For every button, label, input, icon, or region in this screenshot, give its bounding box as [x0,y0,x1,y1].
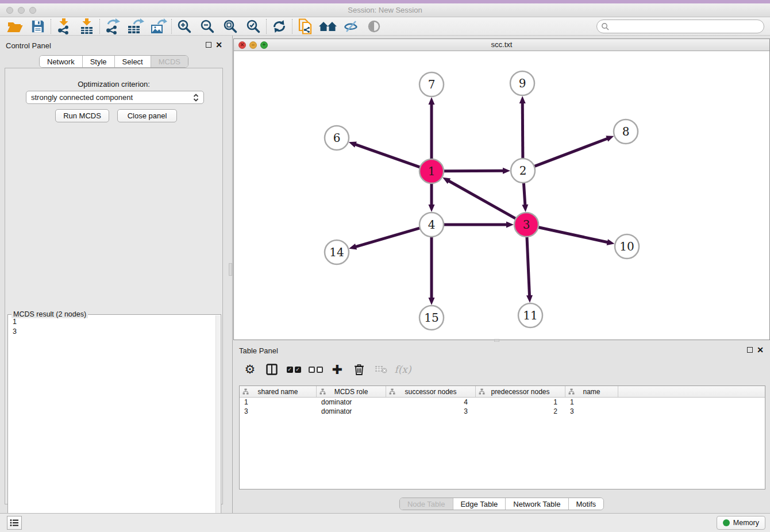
result-scrollbar[interactable] [215,315,220,532]
mcds-tab-content: Optimization criterion: strongly connect… [5,68,223,504]
column-header-predecessor-nodes[interactable]: predecessor nodes [476,386,565,397]
network-window-titlebar[interactable]: ✕ − + scc.txt [234,39,769,51]
refresh-icon[interactable] [268,18,291,35]
table-cell: 1 [240,398,317,407]
window-minimize-icon[interactable]: − [249,41,257,49]
search-input[interactable] [609,22,753,30]
graph-edge-arrowhead [429,97,435,105]
graph-edge-arrowhead [522,205,528,212]
task-list-icon [10,519,19,527]
status-bar: Memory [0,513,770,532]
app-minimize-button[interactable] [18,7,25,14]
settings-gear-icon[interactable]: ⚙ [239,360,261,379]
tab-motifs[interactable]: Motifs [568,498,603,510]
criterion-dropdown[interactable]: strongly connected component [26,91,204,104]
table-panel: Table Panel ✕ ⚙ ✓✓ ✚ [233,342,770,513]
optimization-criterion-label: Optimization criterion: [5,80,222,88]
import-table-icon[interactable] [75,18,98,35]
graph-edge-2-8[interactable] [534,138,609,167]
main-toolbar [0,17,770,36]
mcds-result-line: 3 [13,327,215,337]
open-session-icon[interactable] [3,18,26,35]
tab-network[interactable]: Network [40,56,82,67]
table-cell: 3 [386,407,476,416]
save-session-icon[interactable] [26,18,49,35]
float-table-panel-icon[interactable] [747,347,753,353]
export-table-icon[interactable] [124,18,147,35]
table-panel-tabs: Node TableEdge TableNetwork TableMotifs [399,498,604,510]
table-row[interactable]: 3dominator323 [240,407,765,416]
memory-button[interactable]: Memory [717,516,765,530]
table-panel-title: Table Panel [239,346,278,355]
column-header-MCDS-role[interactable]: MCDS role [317,386,386,397]
split-divider-vertical[interactable] [232,36,233,513]
close-panel-icon[interactable]: ✕ [215,40,222,49]
graph-edge-1-2[interactable] [444,171,504,171]
column-header-shared-name[interactable]: shared name [240,386,317,397]
add-row-icon[interactable]: ✚ [326,360,348,379]
column-header-name[interactable]: name [565,386,618,397]
tab-style[interactable]: Style [82,56,114,67]
table-cell: 2 [476,407,565,416]
network-graph-canvas[interactable]: 7968124314101511 [234,51,769,340]
first-neighbors-icon[interactable] [317,18,340,35]
graph-node-label: 7 [428,78,436,91]
graph-edge-3-1[interactable] [448,180,516,218]
mcds-result-textarea[interactable]: 13 [9,317,215,532]
graph-edge-arrowhead [526,295,533,303]
window-close-icon[interactable]: ✕ [238,41,246,49]
memory-status-icon [723,519,730,526]
graph-edge-3-10[interactable] [538,227,609,242]
table-cell: 1 [476,398,565,407]
clone-network-icon[interactable] [294,18,317,35]
zoom-out-icon[interactable] [196,18,219,35]
network-view-window: ✕ − + scc.txt 7968124314101511 [233,38,770,340]
run-mcds-button[interactable]: Run MCDS [55,109,109,122]
graph-edge-2-9[interactable] [522,102,523,159]
graph-edge-3-11[interactable] [527,237,530,296]
column-header-successor-nodes[interactable]: successor nodes [386,386,476,397]
export-image-icon[interactable] [147,18,170,35]
graph-node-label: 10 [619,240,634,253]
app-zoom-button[interactable] [29,7,36,14]
app-close-button[interactable] [6,7,13,14]
export-network-icon[interactable] [101,18,124,35]
select-all-columns-icon[interactable]: ✓✓ [283,360,305,379]
table-row[interactable]: 1dominator411 [240,398,765,407]
split-divider-handle[interactable] [229,263,232,276]
delete-row-icon[interactable] [348,360,370,379]
deselect-all-columns-icon[interactable] [305,360,326,379]
tab-mcds[interactable]: MCDS [151,56,188,67]
zoom-in-icon[interactable] [173,18,196,35]
task-history-button[interactable] [7,516,22,530]
graph-node-label: 4 [428,218,436,232]
app-title: Session: New Session [0,3,770,17]
tab-node-table[interactable]: Node Table [400,498,453,510]
tab-network-table[interactable]: Network Table [505,498,568,510]
float-panel-icon[interactable] [206,42,211,48]
close-panel-button[interactable]: Close panel [117,109,177,122]
search-field[interactable] [596,20,764,33]
graph-edge-arrowhead [429,205,435,212]
graph-edge-arrowhead [519,96,526,103]
zoom-selected-icon[interactable] [242,18,265,35]
zoom-fit-icon[interactable] [219,18,242,35]
graph-edge-arrowhead [429,298,435,305]
tab-edge-table[interactable]: Edge Table [452,498,505,510]
graph-edge-arrowhead [607,239,615,245]
graph-edge-1-6[interactable] [355,144,420,167]
close-table-panel-icon[interactable]: ✕ [757,345,764,354]
table-toolbar: ⚙ ✓✓ ✚ [239,358,414,381]
delete-table-icon [370,360,392,379]
tab-select[interactable]: Select [114,56,151,67]
hide-selected-icon[interactable] [340,18,363,35]
network-window-title: scc.txt [234,39,769,51]
graph-edge-2-3[interactable] [523,183,525,206]
window-maximize-icon[interactable]: + [260,41,268,49]
split-panel-icon[interactable] [261,360,283,379]
graph-edge-4-14[interactable] [355,228,420,247]
import-network-icon[interactable] [52,18,75,35]
node-table: shared nameMCDS rolesuccessor nodesprede… [239,385,765,489]
graph-edge-arrowhead [349,141,357,147]
function-builder-icon: f(x) [392,360,414,379]
